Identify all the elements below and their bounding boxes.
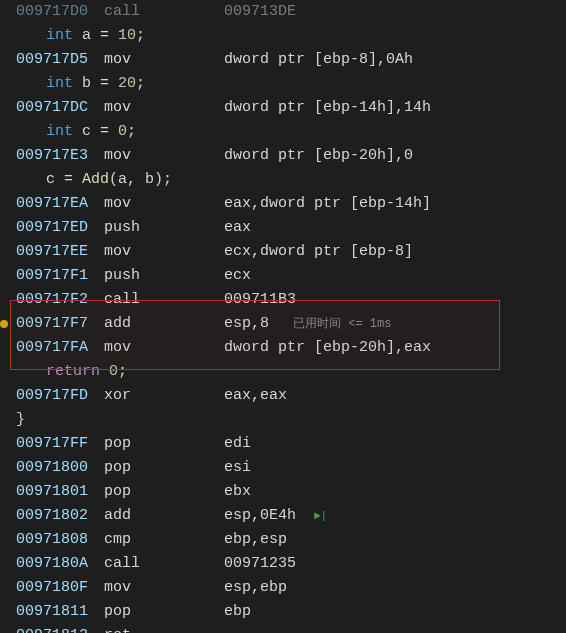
src-token: return (46, 360, 100, 384)
operands: esp,ebp (224, 576, 287, 600)
disassembly-view[interactable]: 009717D0call009713DEint a = 10;009717D5m… (2, 0, 566, 633)
mnemonic: mov (104, 240, 224, 264)
source-line[interactable]: int c = 0; (2, 120, 566, 144)
operands: dword ptr [ebp-20h],0 (224, 144, 413, 168)
address: 00971801 (16, 480, 104, 504)
mnemonic: pop (104, 480, 224, 504)
operands: ecx (224, 264, 251, 288)
asm-line[interactable]: 00971811popebp (2, 600, 566, 624)
source-line[interactable]: return 0; (2, 360, 566, 384)
operands: ecx,dword ptr [ebp-8] (224, 240, 413, 264)
mnemonic: mov (104, 144, 224, 168)
src-token: Add (82, 168, 109, 192)
address: 009717F2 (16, 288, 104, 312)
operands: ebp,esp (224, 528, 287, 552)
source-line[interactable]: int b = 20; (2, 72, 566, 96)
src-token: 20 (118, 72, 136, 96)
address: 00971812 (16, 624, 104, 633)
src-token (73, 72, 82, 96)
src-token: ; (127, 120, 136, 144)
src-token: = (55, 168, 82, 192)
asm-line[interactable]: 00971802addesp,0E4h►| (2, 504, 566, 528)
mnemonic: call (104, 552, 224, 576)
mnemonic: ret (104, 624, 224, 633)
brace: } (2, 408, 25, 432)
asm-line[interactable]: 009717EEmovecx,dword ptr [ebp-8] (2, 240, 566, 264)
source-line[interactable]: c = Add(a, b); (2, 168, 566, 192)
src-token: 0 (118, 120, 127, 144)
mnemonic: pop (104, 600, 224, 624)
asm-line[interactable]: 00971800popesi (2, 456, 566, 480)
asm-line[interactable]: 00971801popebx (2, 480, 566, 504)
address: 0097180A (16, 552, 104, 576)
address: 009717EA (16, 192, 104, 216)
src-token: int (46, 24, 73, 48)
asm-line[interactable]: 00971808cmpebp,esp (2, 528, 566, 552)
mnemonic: pop (104, 432, 224, 456)
address: 009717FD (16, 384, 104, 408)
src-token: int (46, 72, 73, 96)
address: 009717F7 (16, 312, 104, 336)
operands: dword ptr [ebp-14h],14h (224, 96, 431, 120)
asm-line[interactable]: 009717D0call009713DE (2, 0, 566, 24)
address: 00971808 (16, 528, 104, 552)
asm-line[interactable]: 00971812ret (2, 624, 566, 633)
asm-line[interactable]: 009717FAmovdword ptr [ebp-20h],eax (2, 336, 566, 360)
mnemonic: mov (104, 192, 224, 216)
asm-line[interactable]: 009717F7addesp,8已用时间 <= 1ms (2, 312, 566, 336)
src-token: int (46, 120, 73, 144)
address: 0097180F (16, 576, 104, 600)
operands: 00971235 (224, 552, 296, 576)
src-token: ; (118, 360, 127, 384)
asm-line[interactable]: 009717EDpusheax (2, 216, 566, 240)
asm-line[interactable]: 009717D5movdword ptr [ebp-8],0Ah (2, 48, 566, 72)
src-token: = (91, 72, 118, 96)
mnemonic: xor (104, 384, 224, 408)
mnemonic: cmp (104, 528, 224, 552)
address: 009717FF (16, 432, 104, 456)
mnemonic: push (104, 264, 224, 288)
src-token: ; (136, 24, 145, 48)
mnemonic: pop (104, 456, 224, 480)
src-token (73, 120, 82, 144)
asm-line[interactable]: 009717F2call009711B3 (2, 288, 566, 312)
brace-line[interactable]: } (2, 408, 566, 432)
operands: esi (224, 456, 251, 480)
asm-line[interactable]: 009717FDxoreax,eax (2, 384, 566, 408)
asm-line[interactable]: 009717E3movdword ptr [ebp-20h],0 (2, 144, 566, 168)
asm-line[interactable]: 009717FFpopedi (2, 432, 566, 456)
address: 009717EE (16, 240, 104, 264)
address: 009717D5 (16, 48, 104, 72)
src-token: = (91, 24, 118, 48)
mnemonic: call (104, 288, 224, 312)
mnemonic: mov (104, 96, 224, 120)
address: 009717D0 (16, 0, 104, 24)
operands: eax (224, 216, 251, 240)
src-token: ; (136, 72, 145, 96)
operands: 009711B3 (224, 288, 296, 312)
mnemonic: add (104, 504, 224, 528)
asm-line[interactable]: 009717DCmovdword ptr [ebp-14h],14h (2, 96, 566, 120)
asm-line[interactable]: 009717F1pushecx (2, 264, 566, 288)
source-line[interactable]: int a = 10; (2, 24, 566, 48)
src-token (73, 24, 82, 48)
operands: eax,dword ptr [ebp-14h] (224, 192, 431, 216)
address: 00971802 (16, 504, 104, 528)
address: 009717E3 (16, 144, 104, 168)
address: 00971811 (16, 600, 104, 624)
src-token (100, 360, 109, 384)
asm-line[interactable]: 009717EAmoveax,dword ptr [ebp-14h] (2, 192, 566, 216)
address: 009717ED (16, 216, 104, 240)
address: 00971800 (16, 456, 104, 480)
asm-line[interactable]: 0097180Acall00971235 (2, 552, 566, 576)
operands: eax,eax (224, 384, 287, 408)
operands: esp,0E4h (224, 504, 296, 528)
address: 009717F1 (16, 264, 104, 288)
timing-label: 已用时间 <= 1ms (293, 312, 391, 336)
breakpoint-marker-icon[interactable] (0, 320, 8, 328)
asm-line[interactable]: 0097180Fmovesp,ebp (2, 576, 566, 600)
mnemonic: add (104, 312, 224, 336)
operands: ebx (224, 480, 251, 504)
mnemonic: mov (104, 336, 224, 360)
src-token: (a, b); (109, 168, 172, 192)
